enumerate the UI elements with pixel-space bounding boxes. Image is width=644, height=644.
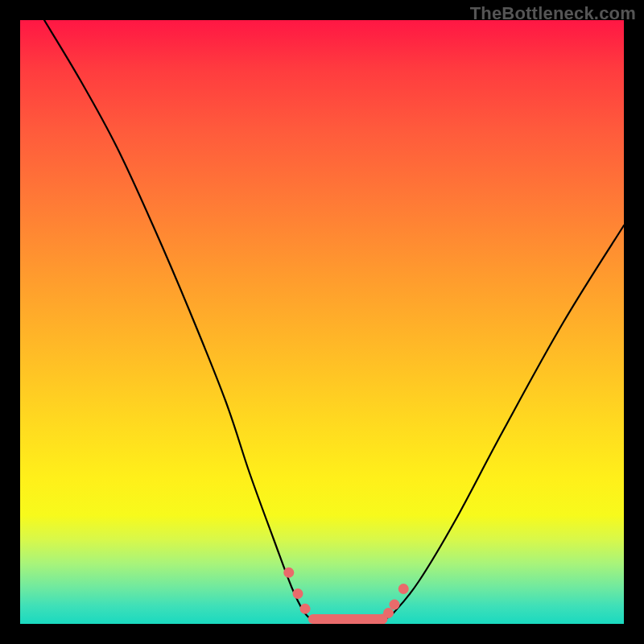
bead-left-1 [283, 568, 294, 578]
chart-svg [20, 20, 624, 624]
watermark-text: TheBottleneck.com [470, 3, 636, 24]
bead-left-2 [293, 588, 303, 599]
plot-area [20, 20, 624, 624]
chart-frame: TheBottleneck.com [0, 0, 644, 644]
curve-right-branch [382, 225, 624, 621]
bead-right-4 [398, 584, 409, 594]
bead-left-3 [300, 604, 311, 614]
curve-left-branch [44, 20, 313, 621]
bead-right-3 [390, 600, 400, 610]
bead-right-2 [383, 608, 394, 618]
